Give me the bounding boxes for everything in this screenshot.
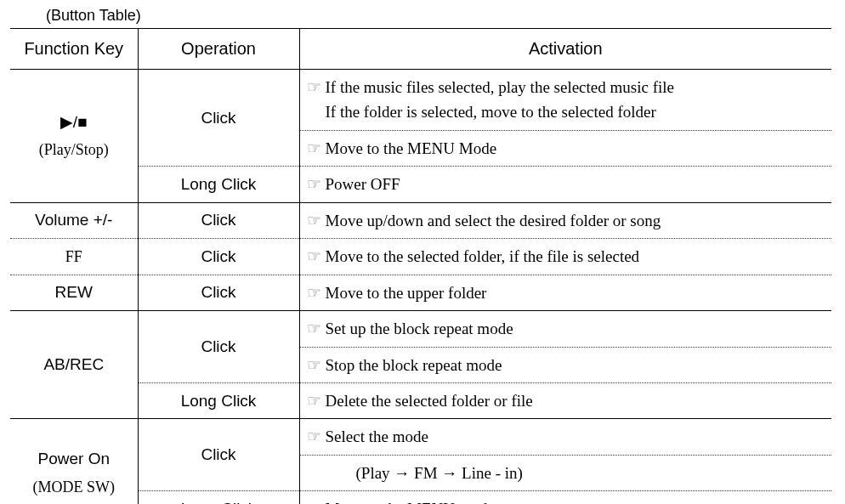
- act-text: Delete the selected folder or file: [326, 392, 533, 410]
- pointer-icon: ☞: [307, 280, 326, 305]
- act-ff: ☞Move to the selected folder, if the fil…: [299, 239, 831, 275]
- func-power: Power On (MODE SW): [10, 419, 138, 504]
- header-activation: Activation: [299, 29, 831, 70]
- op-play-click: Click: [138, 70, 299, 167]
- act-play-longclick: ☞Power OFF: [299, 167, 831, 202]
- func-rew: REW: [10, 275, 138, 310]
- pointer-icon: ☞: [307, 353, 326, 377]
- act-abrec-2: ☞Stop the block repeat mode: [299, 347, 831, 382]
- act-play-click-1: ☞If the music files selected, play the s…: [299, 70, 831, 131]
- op-power-longclick: Long Click: [138, 491, 299, 504]
- func-ff: FF: [10, 239, 138, 275]
- act-play-click-2: ☞Move to the MENU Mode: [299, 130, 831, 166]
- table-row: AB/REC Click ☞Set up the block repeat mo…: [10, 311, 831, 347]
- func-abrec: AB/REC: [10, 311, 138, 419]
- table-row: Power On (MODE SW) Click ☞Select the mod…: [10, 419, 831, 455]
- table-header-row: Function Key Operation Activation: [10, 29, 831, 70]
- act-text: Move up/down and select the desired fold…: [326, 212, 661, 229]
- op-rew-click: Click: [138, 275, 299, 310]
- act-power-longclick: ☞Move to the MENU mode: [299, 491, 831, 504]
- act-rew: ☞Move to the upper folder: [299, 275, 831, 310]
- button-table: Function Key Operation Activation ▶/■ (P…: [10, 28, 831, 504]
- act-text: If the folder is selected, move to the s…: [307, 99, 827, 124]
- table-row: FF Click ☞Move to the selected folder, i…: [10, 239, 831, 275]
- act-abrec-1: ☞Set up the block repeat mode: [299, 311, 831, 347]
- act-text: Move to the MENU mode: [326, 500, 495, 504]
- header-operation: Operation: [138, 29, 299, 70]
- act-text: Select the mode: [326, 428, 428, 445]
- func-play-stop-line2: (Play/Stop): [39, 141, 109, 158]
- func-play-stop-line1: ▶/■: [60, 113, 88, 131]
- table-row: REW Click ☞Move to the upper folder: [10, 275, 831, 310]
- func-volume: Volume +/-: [10, 202, 138, 238]
- pointer-icon: ☞: [307, 75, 326, 99]
- act-text: (Play → FM → Line - in): [307, 461, 827, 485]
- op-power-click: Click: [138, 419, 299, 491]
- pointer-icon: ☞: [307, 496, 326, 504]
- op-volume-click: Click: [138, 202, 299, 238]
- header-function-key: Function Key: [10, 29, 138, 70]
- pointer-icon: ☞: [307, 316, 326, 341]
- act-volume: ☞Move up/down and select the desired fol…: [299, 202, 831, 238]
- op-play-longclick: Long Click: [138, 167, 299, 202]
- op-abrec-click: Click: [138, 311, 299, 383]
- func-play-stop: ▶/■ (Play/Stop): [10, 70, 138, 203]
- act-text: Power OFF: [326, 175, 400, 193]
- func-ff-text: FF: [65, 248, 82, 265]
- op-ff-click: Click: [138, 239, 299, 275]
- act-abrec-longclick: ☞Delete the selected folder or file: [299, 382, 831, 418]
- pointer-icon: ☞: [307, 172, 326, 196]
- act-text: Move to the MENU Mode: [326, 139, 497, 157]
- pointer-icon: ☞: [307, 136, 326, 161]
- act-text: Move to the selected folder, if the file…: [326, 247, 640, 265]
- pointer-icon: ☞: [307, 424, 326, 449]
- act-text: Stop the block repeat mode: [326, 356, 502, 374]
- act-text: If the music files selected, play the se…: [326, 78, 674, 96]
- table-title: (Button Table): [46, 7, 835, 25]
- act-text: Move to the upper folder: [326, 284, 487, 302]
- func-power-line1: Power On: [38, 450, 110, 467]
- func-power-line2: (MODE SW): [33, 479, 116, 496]
- act-power-1: ☞Select the mode: [299, 419, 831, 455]
- act-text: Set up the block repeat mode: [326, 320, 513, 337]
- pointer-icon: ☞: [307, 244, 326, 269]
- act-power-2: (Play → FM → Line - in): [299, 455, 831, 490]
- pointer-icon: ☞: [307, 208, 326, 233]
- table-row: Volume +/- Click ☞Move up/down and selec…: [10, 202, 831, 238]
- op-abrec-longclick: Long Click: [138, 382, 299, 418]
- pointer-icon: ☞: [307, 388, 326, 413]
